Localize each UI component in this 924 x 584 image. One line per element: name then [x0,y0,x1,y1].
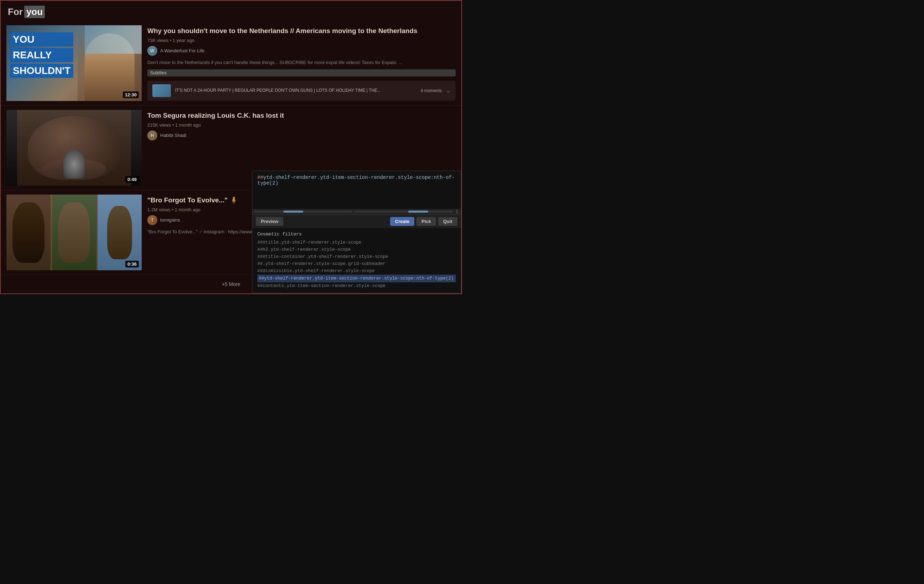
cosmetic-filters-title: Cosmetic filters [257,232,456,237]
channel-name-v2[interactable]: Habibi Shadi [160,133,186,138]
filter-item-1[interactable]: ##h2.ytd-shelf-renderer.style-scope [257,246,456,253]
duration-badge-v1: 12:30 [123,91,139,98]
thumbnail-v2[interactable]: 0:49 [7,110,142,186]
chapter-count-v1: 4 moments [421,88,442,93]
section-header: For you [1,1,461,21]
scroll-thumb-2[interactable] [408,211,428,213]
devtools-scrollbar[interactable]: 1 [252,209,461,214]
subtitles-badge: Subtitles [147,69,455,76]
chapter-text-v1: IT'S NOT A 24-HOUR PARTY | REGULAR PEOPL… [175,88,416,94]
scroll-track-1[interactable] [254,211,353,213]
devtools-editor[interactable]: ##ytd-shelf-renderer.ytd-item-section-re… [252,171,461,209]
video-meta-v1: 73K views • 1 year ago [147,38,455,43]
channel-row-v2: H Habibi Shadi [147,130,455,140]
video-meta-v2: 215K views • 1 month ago [147,122,455,128]
scroll-number: 1 [454,209,460,214]
channel-avatar-v2: H [147,130,157,140]
section-title-for: For [8,7,23,17]
devtools-toolbar: Preview Create Pick Quit [252,214,461,228]
main-container: For you YOU REALLY SHOULDN'T [0,0,462,294]
filter-item-2[interactable]: ###title-container.ytd-shelf-renderer.st… [257,253,456,260]
channel-name-v1[interactable]: A Wanderlust For Life [160,48,205,53]
cosmetic-filters-panel: Cosmetic filters ###title.ytd-shelf-rend… [252,228,461,293]
chapters-bar-v1[interactable]: IT'S NOT A 24-HOUR PARTY | REGULAR PEOPL… [147,81,455,100]
thumbnail-v1[interactable]: YOU REALLY SHOULDN'T 12:30 [7,25,142,101]
filter-item-3[interactable]: ##.ytd-shelf-renderer.style-scope.grid-s… [257,260,456,268]
channel-avatar-v1: W [147,46,157,56]
filter-item-4[interactable]: ##dismissible.ytd-shelf-renderer.style-s… [257,268,456,275]
video-title-v2[interactable]: Tom Segura realizing Louis C.K. has lost… [147,111,455,120]
video-title-v1[interactable]: Why you shouldn't move to the Netherland… [147,27,455,36]
devtools-editor-text: ##ytd-shelf-renderer.ytd-item-section-re… [257,174,456,186]
filters-list: ###title.ytd-shelf-renderer.style-scope#… [257,239,456,290]
duration-badge-v3: 0:36 [125,261,139,268]
section-title-you: you [24,6,45,18]
bro-panel-2 [52,194,96,270]
devtools-overlay: ##ytd-shelf-renderer.ytd-item-section-re… [252,171,461,293]
channel-avatar-v3: T [147,215,157,225]
quit-button[interactable]: Quit [438,217,457,226]
create-button[interactable]: Create [390,217,414,226]
filter-item-0[interactable]: ###title.ytd-shelf-renderer.style-scope [257,239,456,246]
bro-panel-1 [7,194,51,270]
scroll-track-2[interactable] [354,211,453,213]
more-button[interactable]: +5 More [217,279,245,289]
list-item: YOU REALLY SHOULDN'T 12:30 Why you shoul… [1,21,461,105]
chevron-down-icon: ⌄ [446,87,450,94]
thumbnail-v3[interactable]: 0:36 [7,194,142,270]
hash-prefix: ## [257,174,263,180]
video-info-v1: Why you shouldn't move to the Netherland… [147,25,455,101]
preview-button[interactable]: Preview [256,217,283,226]
bro-panel-3 [97,194,142,270]
channel-row-v1: W A Wanderlust For Life [147,46,455,56]
scroll-thumb-1[interactable] [283,211,303,213]
pick-button[interactable]: Pick [416,217,436,226]
chapter-thumb-v1 [152,84,171,97]
duration-badge-v2: 0:49 [125,176,139,183]
channel-name-v3[interactable]: tomigains [160,217,180,223]
filter-item-6[interactable]: ##contents.ytd-item-section-renderer.sty… [257,282,456,290]
filter-item-5[interactable]: ##ytd-shelf-renderer.ytd-item-section-re… [257,275,456,282]
video-description-v1: Don't move to the Netherlands if you can… [147,59,455,66]
